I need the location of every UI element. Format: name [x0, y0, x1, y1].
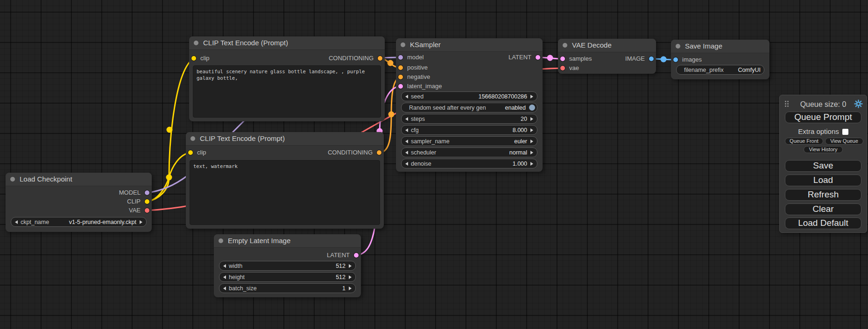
stepper-right-icon[interactable]	[530, 95, 533, 98]
output-port-vae[interactable]	[145, 208, 149, 213]
refresh-button[interactable]: Refresh	[785, 189, 861, 201]
input-port-clip[interactable]	[191, 56, 196, 61]
stepper-left-icon[interactable]	[223, 264, 226, 268]
output-port-conditioning[interactable]	[377, 150, 381, 155]
collapse-dot-icon[interactable]	[191, 136, 195, 141]
graph-canvas[interactable]: CLIP Text Encode (Prompt) clip CONDITION…	[0, 0, 868, 329]
collapse-dot-icon[interactable]	[676, 44, 680, 49]
node-title-bar[interactable]: KSampler	[396, 38, 543, 52]
stepper-right-icon[interactable]	[349, 287, 352, 290]
collapse-dot-icon[interactable]	[563, 43, 567, 48]
extra-options-checkbox[interactable]	[842, 129, 848, 135]
load-default-button[interactable]: Load Default	[785, 217, 861, 229]
stepper-left-icon[interactable]	[15, 220, 18, 224]
widget-filename-prefix[interactable]: filename_prefix ComfyUI	[676, 65, 764, 75]
node-clip-text-encode-negative[interactable]: CLIP Text Encode (Prompt) clip CONDITION…	[186, 132, 384, 229]
widget-seed[interactable]: seed 156680208700286	[401, 91, 537, 101]
widget-denoise[interactable]: denoise 1.000	[401, 159, 537, 168]
stepper-right-icon[interactable]	[530, 128, 533, 132]
stepper-left-icon[interactable]	[405, 128, 408, 132]
stepper-left-icon[interactable]	[405, 95, 408, 98]
output-slot-latent: LATENT	[327, 251, 361, 260]
collapse-dot-icon[interactable]	[401, 42, 405, 47]
stepper-right-icon[interactable]	[530, 117, 533, 121]
output-port-clip[interactable]	[145, 199, 149, 204]
input-port-latent-image[interactable]	[398, 84, 403, 89]
input-port-positive[interactable]	[398, 65, 403, 70]
widget-ckpt-name[interactable]: ckpt_name v1-5-pruned-emaonly.ckpt	[11, 217, 147, 227]
output-port-model[interactable]	[145, 190, 149, 195]
widget-cfg[interactable]: cfg 8.000	[401, 125, 537, 135]
stepper-right-icon[interactable]	[530, 140, 533, 143]
node-vae-decode[interactable]: VAE Decode samples vae IMAGE	[558, 39, 656, 74]
stepper-left-icon[interactable]	[405, 162, 408, 166]
widget-random-seed[interactable]: Random seed after every gen enabled	[401, 103, 537, 112]
input-port-model[interactable]	[398, 55, 403, 60]
stepper-left-icon[interactable]	[405, 117, 408, 121]
node-save-image[interactable]: Save Image images filename_prefix ComfyU…	[671, 40, 769, 79]
output-port-conditioning[interactable]	[378, 56, 382, 61]
link-dot	[547, 55, 553, 61]
output-slot-conditioning: CONDITIONING	[328, 148, 384, 157]
slot-label: CONDITIONING	[329, 55, 374, 62]
clear-button[interactable]: Clear	[785, 203, 861, 215]
toggle-enabled-icon[interactable]	[529, 105, 535, 111]
input-slot-clip: clip	[189, 54, 210, 63]
save-button[interactable]: Save	[785, 160, 861, 172]
widget-batch-size[interactable]: batch_size 1	[219, 283, 356, 293]
node-title-bar[interactable]: CLIP Text Encode (Prompt)	[186, 132, 384, 146]
slot-label: CONDITIONING	[328, 149, 373, 156]
stepper-right-icon[interactable]	[349, 264, 352, 268]
output-port-latent[interactable]	[354, 253, 359, 258]
widget-scheduler[interactable]: scheduler normal	[401, 147, 537, 157]
input-port-clip[interactable]	[188, 150, 193, 155]
node-title: VAE Decode	[572, 41, 612, 49]
queue-front-button[interactable]: Queue Front	[785, 138, 823, 145]
widget-width[interactable]: width 512	[219, 261, 356, 271]
collapse-dot-icon[interactable]	[219, 238, 223, 243]
stepper-right-icon[interactable]	[530, 151, 533, 154]
slot-label: vae	[569, 64, 579, 71]
view-queue-button[interactable]: View Queue	[825, 138, 863, 145]
load-button[interactable]: Load	[785, 175, 861, 186]
node-title-bar[interactable]: CLIP Text Encode (Prompt)	[189, 36, 385, 50]
node-title-bar[interactable]: Save Image	[671, 40, 769, 53]
node-empty-latent-image[interactable]: Empty Latent Image LATENT width 512 heig…	[214, 234, 361, 297]
stepper-right-icon[interactable]	[349, 275, 352, 279]
settings-gear-icon[interactable]	[854, 99, 863, 108]
widget-value: 512	[336, 274, 346, 280]
stepper-left-icon[interactable]	[405, 151, 408, 154]
node-title-bar[interactable]: VAE Decode	[558, 39, 656, 52]
widget-sampler-name[interactable]: sampler_name euler	[401, 136, 537, 146]
queue-prompt-button[interactable]: Queue Prompt	[785, 112, 861, 123]
node-title-bar[interactable]: Empty Latent Image	[214, 234, 361, 248]
input-port-negative[interactable]	[398, 75, 403, 79]
node-title: Empty Latent Image	[228, 237, 290, 245]
collapse-dot-icon[interactable]	[194, 41, 198, 45]
input-port-samples[interactable]	[560, 56, 565, 61]
widget-value: ComfyUI	[738, 67, 761, 73]
collapse-dot-icon[interactable]	[10, 177, 15, 182]
prompt-textarea[interactable]: text, watermark	[190, 160, 380, 225]
widget-value: 156680208700286	[479, 93, 527, 100]
output-port-image[interactable]	[649, 56, 654, 61]
node-load-checkpoint[interactable]: Load Checkpoint MODEL CLIP VAE ckpt_name…	[6, 173, 152, 232]
link-dot	[167, 127, 173, 133]
stepper-right-icon[interactable]	[530, 162, 533, 166]
stepper-right-icon[interactable]	[140, 220, 142, 224]
output-port-latent[interactable]	[536, 55, 540, 60]
widget-height[interactable]: height 512	[219, 272, 356, 282]
input-port-images[interactable]	[673, 57, 678, 62]
widget-steps[interactable]: steps 20	[401, 114, 537, 124]
node-ksampler[interactable]: KSampler model positive negative latent_…	[396, 38, 543, 172]
input-port-vae[interactable]	[560, 66, 565, 70]
node-title: Save Image	[685, 42, 722, 50]
view-history-button[interactable]: View History	[804, 146, 843, 153]
stepper-left-icon[interactable]	[405, 140, 408, 143]
prompt-textarea[interactable]: beautiful scenery nature glass bottle la…	[193, 65, 381, 118]
stepper-left-icon[interactable]	[223, 287, 226, 290]
widget-value: v1-5-pruned-emaonly.ckpt	[69, 219, 136, 225]
node-title-bar[interactable]: Load Checkpoint	[6, 173, 152, 186]
node-clip-text-encode-positive[interactable]: CLIP Text Encode (Prompt) clip CONDITION…	[189, 36, 385, 121]
stepper-left-icon[interactable]	[223, 275, 226, 279]
